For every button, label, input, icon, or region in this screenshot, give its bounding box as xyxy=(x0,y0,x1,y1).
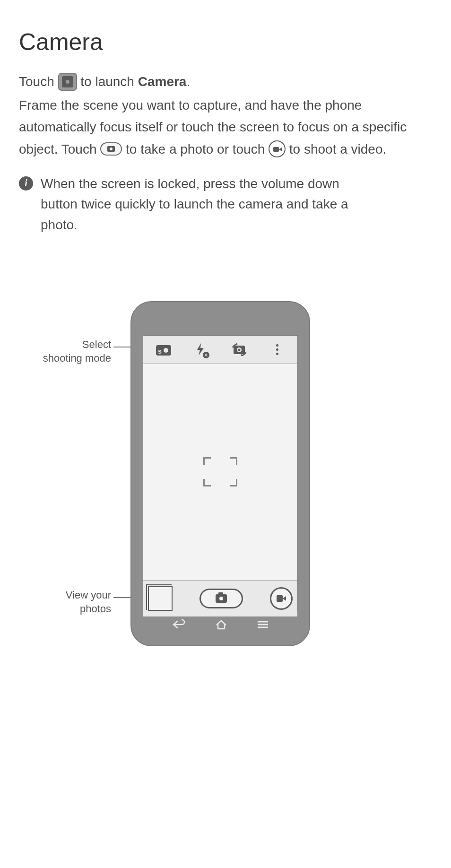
viewfinder[interactable] xyxy=(143,364,297,581)
tip-block: i When the screen is locked, press the v… xyxy=(19,174,432,235)
svg-point-2 xyxy=(238,349,241,351)
switch-camera-icon xyxy=(231,343,248,356)
shooting-mode-icon: S xyxy=(155,343,171,356)
phone-mockup: S A xyxy=(130,301,310,646)
callout-line1: Select xyxy=(82,339,111,350)
gallery-button[interactable] xyxy=(148,586,173,611)
callout-gallery: View your photos xyxy=(54,589,111,616)
figure: Select shooting mode View your photos S xyxy=(19,301,432,660)
switch-camera-button[interactable] xyxy=(230,343,249,356)
page-title: Camera xyxy=(19,28,432,56)
camera-bottom-bar xyxy=(143,581,297,616)
android-nav-bar xyxy=(143,615,298,634)
video-icon xyxy=(277,595,286,602)
phone-screen: S A xyxy=(143,335,298,611)
callout-line1: View your xyxy=(66,589,111,601)
text-fragment: to shoot a video. xyxy=(289,142,386,156)
callout-shooting-mode: Select shooting mode xyxy=(35,338,111,365)
back-icon[interactable] xyxy=(172,619,186,630)
callout-line2: shooting mode xyxy=(43,352,111,364)
intro-text: Touch to launch Camera. Frame the scene … xyxy=(19,71,432,160)
camera-app-icon xyxy=(58,73,77,91)
tip-text: When the screen is locked, press the vol… xyxy=(41,174,432,235)
flash-auto-icon: A xyxy=(194,342,208,356)
shutter-button[interactable] xyxy=(199,589,243,608)
shooting-mode-button[interactable]: S xyxy=(154,343,173,356)
flash-button[interactable]: A xyxy=(192,342,211,356)
shutter-inline-icon xyxy=(100,142,122,156)
recent-apps-icon[interactable] xyxy=(257,620,269,629)
camera-icon xyxy=(216,594,227,603)
text-fragment: Touch xyxy=(19,74,58,89)
info-icon: i xyxy=(19,176,33,191)
focus-indicator-icon xyxy=(203,457,237,486)
text-fragment: to launch xyxy=(80,74,138,89)
kebab-icon xyxy=(276,344,278,355)
text-bold: Camera xyxy=(138,74,187,89)
video-inline-icon xyxy=(269,140,286,157)
overflow-menu-button[interactable] xyxy=(268,344,287,355)
video-record-button[interactable] xyxy=(270,587,293,610)
text-fragment: to take a photo or touch xyxy=(126,142,269,156)
camera-top-bar: S A xyxy=(143,336,297,364)
callout-line2: photos xyxy=(80,603,111,615)
home-icon[interactable] xyxy=(215,619,228,630)
text-fragment: . xyxy=(186,74,190,89)
